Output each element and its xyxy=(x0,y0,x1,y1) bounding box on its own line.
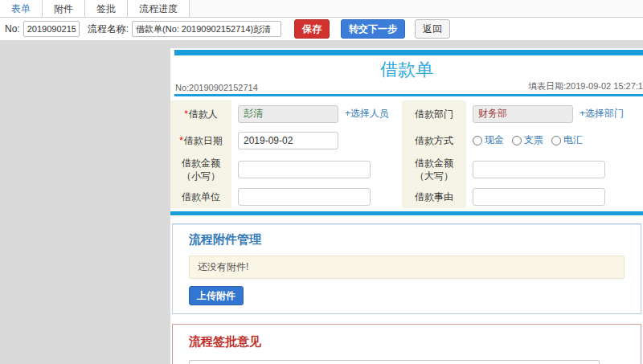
radio-cheque[interactable]: 支票 xyxy=(512,133,543,147)
loan-form: *借款人 +选择人员 借款部门 +选择部门 *借款日期 借款方式 xyxy=(170,100,643,208)
borrower-input[interactable] xyxy=(238,105,338,123)
top-blue-bar xyxy=(174,50,643,55)
radio-wire-input[interactable] xyxy=(551,136,561,145)
back-button[interactable]: 返回 xyxy=(415,19,450,39)
loan-unit-input[interactable] xyxy=(238,188,371,206)
tab-attachments[interactable]: 附件 xyxy=(43,0,85,17)
process-name-input[interactable] xyxy=(132,21,281,37)
loan-method-radios: 现金 支票 电汇 xyxy=(466,127,643,153)
save-button[interactable]: 保存 xyxy=(294,19,330,39)
department-label: 借款部门 xyxy=(402,100,466,127)
forward-next-step-button[interactable]: 转交下一步 xyxy=(341,19,405,39)
tab-approval[interactable]: 签批 xyxy=(85,0,128,17)
radio-cash[interactable]: 现金 xyxy=(473,133,504,147)
form-panel: 借款单 No:20190902152714 填表日期:2019-09-02 15… xyxy=(170,48,643,364)
loan-method-label: 借款方式 xyxy=(402,127,466,153)
rich-text-editor: B I abc xyxy=(189,360,600,364)
department-input[interactable] xyxy=(473,105,573,123)
loan-date-input[interactable] xyxy=(238,132,338,149)
tab-progress[interactable]: 流程进度 xyxy=(128,0,190,17)
no-attachments-alert: 还没有附件! xyxy=(189,256,625,279)
loan-reason-input[interactable] xyxy=(473,188,605,206)
form-date-text: 填表日期:2019-09-02 15:27:1 xyxy=(528,80,643,92)
page-background: 借款单 No:20190902152714 填表日期:2019-09-02 15… xyxy=(0,40,643,364)
amount-lowercase-input[interactable] xyxy=(238,161,371,178)
loan-unit-label: 借款单位 xyxy=(170,186,231,208)
amount-uppercase-label: 借款金额（大写） xyxy=(402,153,466,186)
bottom-blue-bar xyxy=(170,211,643,215)
amount-uppercase-input[interactable] xyxy=(473,161,605,178)
radio-wire[interactable]: 电汇 xyxy=(551,133,583,147)
loan-date-label: *借款日期 xyxy=(170,127,231,153)
editor-toolbar: B I abc xyxy=(190,361,599,364)
upload-attachment-button[interactable]: 上传附件 xyxy=(189,286,244,305)
choose-department-link[interactable]: +选择部门 xyxy=(580,107,624,121)
approval-section: 流程签批意见 B I abc xyxy=(172,324,641,364)
radio-cheque-input[interactable] xyxy=(512,136,522,145)
attachments-heading: 流程附件管理 xyxy=(189,232,625,247)
form-no-text: No:20190902152714 xyxy=(175,83,258,92)
no-input[interactable] xyxy=(23,21,80,37)
required-mark: * xyxy=(184,108,188,120)
loan-reason-label: 借款事由 xyxy=(402,186,466,208)
header-divider xyxy=(174,94,643,96)
no-label: No: xyxy=(5,23,20,35)
required-mark: * xyxy=(179,135,183,146)
attachments-section: 流程附件管理 还没有附件! 上传附件 xyxy=(172,223,641,314)
tab-form[interactable]: 表单 xyxy=(0,0,43,17)
radio-cash-input[interactable] xyxy=(473,136,482,145)
borrower-label: *借款人 xyxy=(170,100,231,127)
amount-lowercase-label: 借款金额（小写） xyxy=(170,153,231,186)
choose-person-link[interactable]: +选择人员 xyxy=(345,107,389,121)
form-title: 借款单 xyxy=(170,59,643,80)
approval-heading: 流程签批意见 xyxy=(189,334,625,350)
action-toolbar: No: 流程名称: 保存 转交下一步 返回 xyxy=(0,18,643,40)
top-tab-bar: 表单 附件 签批 流程进度 xyxy=(0,0,643,18)
process-name-label: 流程名称: xyxy=(88,22,129,36)
